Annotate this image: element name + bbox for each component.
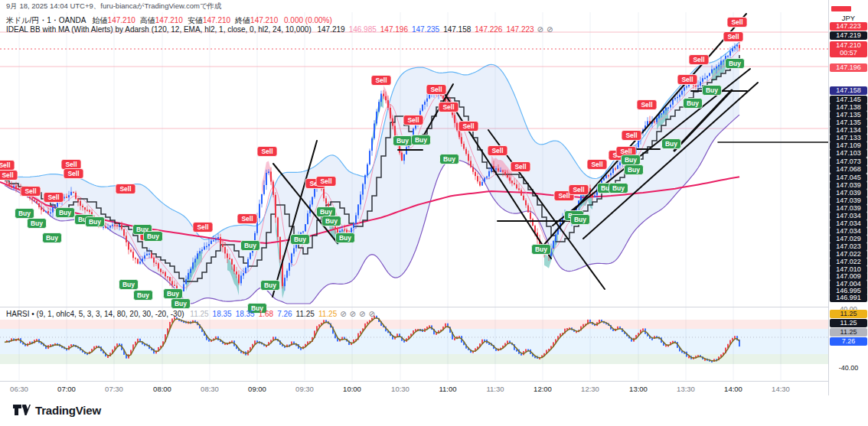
svg-text:Buy: Buy	[320, 208, 332, 216]
sell-marker: Sell	[44, 193, 64, 203]
svg-text:Buy: Buy	[46, 234, 58, 242]
svg-text:Sell: Sell	[731, 18, 742, 26]
buy-marker: Buy	[86, 217, 105, 227]
price-axis[interactable]: 147.223147.219147.21000:57147.196147.158…	[829, 0, 868, 395]
hide-indicator-icon[interactable]: ⊘	[537, 25, 543, 34]
price-axis-label: 147.039	[830, 197, 867, 205]
ohlc-label: 始値	[93, 16, 108, 24]
svg-text:Buy: Buy	[31, 220, 43, 227]
ohlc-label: 高値	[140, 16, 155, 24]
time-axis-label: 10:00	[343, 385, 361, 393]
change-value: 0.000 (0.00%)	[284, 16, 332, 24]
svg-text:Buy: Buy	[574, 216, 586, 223]
legend-value: 1.68	[259, 310, 273, 318]
legend-value: 18.35	[236, 310, 255, 318]
price-axis-label: 147.068	[830, 165, 867, 174]
price-axis-label: 147.045	[830, 174, 867, 182]
legend-value: 146.985	[349, 25, 377, 34]
harsi-axis-bottom-label: -40.00	[830, 364, 867, 372]
price-axis-label: 147.138	[830, 103, 867, 112]
symbol-title[interactable]: 米ドル/円・1・OANDA	[6, 16, 86, 24]
buy-marker: Buy	[43, 233, 62, 243]
svg-text:Buy: Buy	[18, 210, 31, 217]
sell-marker: Sell	[61, 160, 81, 170]
sell-marker: Sell	[193, 223, 213, 233]
buy-marker: Buy	[241, 241, 260, 251]
price-axis-label: 147.073	[830, 158, 867, 166]
sell-marker: Sell	[316, 177, 336, 187]
svg-text:Buy: Buy	[339, 234, 351, 242]
price-axis-label: 147.034	[830, 220, 867, 228]
buy-marker: Buy	[703, 86, 722, 96]
legend-value: 147.158	[443, 25, 471, 34]
svg-text:Buy: Buy	[729, 60, 741, 67]
price-axis-label: 147.219	[830, 31, 867, 40]
sell-marker: Sell	[439, 102, 458, 112]
sell-marker: Sell	[689, 55, 709, 65]
time-axis-label: 09:30	[295, 385, 314, 393]
hide-indicator-icon[interactable]: ⊘	[340, 310, 346, 318]
indicator-name[interactable]: IDEAL BB with MA (With Alerts) by Adarsh…	[6, 25, 312, 34]
buy-marker: Buy	[532, 245, 551, 255]
hide-indicator-icon[interactable]: ⊘	[368, 310, 374, 318]
time-axis[interactable]: 06:3007:0007:3008:0008:3009:0009:3010:00…	[0, 381, 828, 396]
sell-marker: Sell	[371, 76, 391, 86]
last-price-countdown-badge: 147.21000:57	[830, 41, 867, 57]
svg-text:Buy: Buy	[706, 86, 718, 94]
svg-text:Sell: Sell	[261, 148, 272, 155]
svg-text:Sell: Sell	[24, 187, 36, 195]
hide-indicator-icon[interactable]: ⊘	[359, 310, 365, 318]
legend-value: 11.25	[190, 310, 208, 318]
svg-text:Sell: Sell	[0, 161, 11, 169]
time-axis-label: 09:00	[248, 385, 266, 393]
svg-text:Sell: Sell	[430, 86, 442, 93]
svg-text:Buy: Buy	[665, 140, 677, 148]
buy-marker: Buy	[622, 155, 641, 165]
legend-value: 147.223	[506, 25, 534, 34]
tradingview-logo[interactable]: TradingView	[12, 403, 101, 417]
time-axis-label: 13:30	[677, 385, 695, 393]
svg-text:Buy: Buy	[89, 218, 101, 226]
price-axis-label: 147.023	[830, 242, 867, 251]
svg-text:Sell: Sell	[320, 177, 331, 185]
buy-marker: Buy	[171, 299, 191, 309]
currency-label: JPY	[829, 14, 868, 26]
buy-marker: Buy	[726, 59, 745, 69]
time-axis-label: 06:30	[10, 385, 28, 393]
buy-marker: Buy	[393, 136, 413, 146]
price-axis-label: 147.039	[830, 189, 867, 197]
buy-marker: Buy	[571, 215, 590, 225]
harsi-name[interactable]: HARSI • (9, 1, ohlc4, 5, 3, 3, 14, 80, 2…	[6, 310, 184, 318]
hide-indicator-icon[interactable]: ⊘	[350, 310, 356, 318]
legend-value: 11.25	[318, 310, 337, 318]
svg-text:Sell: Sell	[65, 161, 77, 168]
svg-text:Buy: Buy	[175, 300, 187, 307]
ohlc-label: 終値	[235, 16, 250, 24]
price-axis-label: 147.135	[830, 111, 867, 119]
ohlc-value: 147.210	[250, 16, 278, 24]
sell-marker: Sell	[622, 131, 641, 141]
svg-text:Sell: Sell	[2, 171, 13, 179]
time-axis-label: 12:30	[581, 385, 599, 393]
hide-indicator-icon[interactable]: ⊘	[547, 25, 553, 34]
svg-text:Sell: Sell	[620, 148, 631, 155]
time-axis-label: 10:30	[391, 385, 410, 393]
svg-text:Sell: Sell	[375, 76, 387, 84]
buy-marker: Buy	[144, 232, 163, 242]
svg-text:Buy: Buy	[443, 155, 455, 163]
sell-marker: Sell	[511, 162, 530, 172]
price-axis-label: 147.039	[830, 181, 867, 190]
svg-text:Buy: Buy	[294, 236, 306, 243]
sell-marker: Sell	[587, 160, 607, 170]
svg-text:Buy: Buy	[415, 136, 427, 144]
price-axis-label: 147.009	[830, 272, 867, 281]
time-axis-label: 11:00	[439, 385, 456, 393]
time-axis-label: 14:00	[724, 385, 742, 393]
buy-marker: Buy	[412, 135, 431, 145]
sell-marker: Sell	[237, 214, 257, 224]
svg-text:Buy: Buy	[687, 99, 699, 107]
svg-text:Buy: Buy	[396, 137, 409, 145]
buy-marker: Buy	[684, 99, 703, 109]
chart-canvas[interactable]: SellSellSellSellSellSellSellSellSellSell…	[0, 0, 868, 426]
price-axis-label: 147.196	[830, 63, 867, 72]
